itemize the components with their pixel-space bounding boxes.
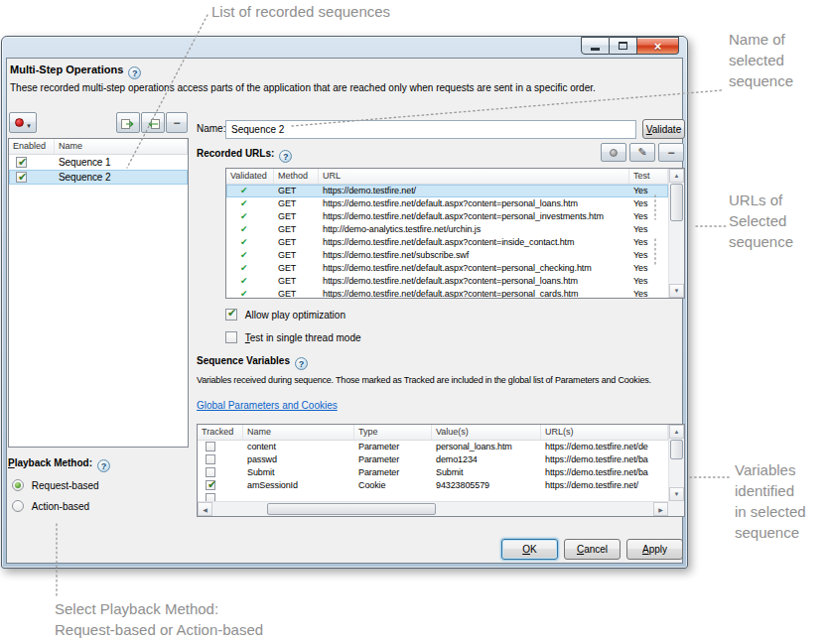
tracked-checkbox[interactable] [206, 480, 215, 490]
scroll-down-icon[interactable]: ▼ [669, 284, 684, 298]
url-row[interactable]: ✔GEThttps://demo.testfire.net/subscribe.… [226, 249, 668, 262]
test-single-thread-option[interactable]: Test in single thread mode [225, 331, 361, 343]
radio-icon[interactable] [12, 479, 24, 491]
minimize-button[interactable] [581, 37, 610, 55]
tracked-checkbox[interactable] [206, 442, 215, 451]
ok-button[interactable]: OK [501, 539, 558, 560]
edit-url-button[interactable]: ✎ [629, 143, 655, 162]
variables-table-rows: contentParameterpersonal_loans.htmhttps:… [198, 441, 668, 501]
column-url[interactable]: URL [319, 169, 629, 184]
recorded-urls-table[interactable]: Validated Method URL Test ✔GEThttps://de… [225, 168, 685, 299]
variables-vscrollbar[interactable]: ▲ ▼ [668, 425, 684, 501]
maximize-icon [619, 42, 627, 50]
scrollbar-thumb[interactable] [670, 184, 683, 221]
url-row[interactable]: ✔GEThttps://demo.testfire.net/default.as… [226, 236, 668, 249]
url-row[interactable]: ✔GEThttps://demo.testfire.net/default.as… [226, 210, 668, 223]
urls-table-header: Validated Method URL Test [226, 169, 684, 185]
export-sequence-button[interactable] [116, 112, 140, 133]
tracked-checkbox[interactable] [206, 493, 215, 501]
validated-icon: ✔ [240, 250, 247, 260]
column-tracked[interactable]: Tracked [198, 425, 243, 440]
column-urls[interactable]: URL(s) [541, 425, 668, 440]
scrollbar-corner [668, 501, 684, 516]
sequence-row-selected[interactable]: Sequence 2 [9, 170, 188, 185]
column-method[interactable]: Method [274, 169, 319, 184]
checkbox-label: Test in single thread mode [245, 332, 361, 343]
sequence-row[interactable]: Sequence 1 [9, 155, 188, 170]
help-icon[interactable]: ? [97, 459, 110, 472]
maximize-button[interactable] [610, 37, 637, 55]
close-button[interactable]: × [637, 37, 679, 55]
column-validated[interactable]: Validated [226, 169, 274, 184]
radio-label: Action-based [32, 501, 89, 512]
radio-action-based[interactable]: Action-based [12, 500, 89, 512]
record-icon [610, 149, 618, 157]
delete-sequence-button[interactable]: − [166, 112, 188, 133]
scroll-left-icon[interactable]: ◀ [198, 502, 212, 516]
scroll-up-icon[interactable]: ▲ [669, 169, 684, 183]
checkbox-label: Allow play optimization [245, 310, 345, 321]
validated-icon: ✔ [240, 237, 247, 247]
variable-row[interactable]: contentParameterpersonal_loans.htmhttps:… [198, 441, 668, 453]
url-row[interactable]: ✔GEThttps://demo.testfire.net/Yes [226, 185, 668, 197]
cancel-button[interactable]: Cancel [564, 539, 621, 560]
urls-scrollbar[interactable]: ▲ ▼ [668, 169, 684, 298]
annotation-variables-identified: Variables identified in selected sequenc… [735, 459, 806, 543]
scroll-right-icon[interactable]: ▶ [653, 502, 668, 516]
url-row[interactable]: ✔GEThttps://demo.testfire.net/default.as… [226, 197, 668, 210]
column-name[interactable]: Name [55, 139, 188, 154]
recorded-urls-label: Recorded URLs:? [197, 148, 292, 163]
global-parameters-link[interactable]: Global Parameters and Cookies [197, 400, 338, 411]
tracked-checkbox[interactable] [206, 454, 215, 464]
sequences-list[interactable]: Enabled Name Sequence 1 Sequence 2 [8, 138, 189, 448]
variables-table[interactable]: Tracked Name Type Value(s) URL(s) conten… [197, 424, 685, 517]
radio-icon[interactable] [12, 500, 24, 512]
validate-button[interactable]: Validate [642, 119, 685, 139]
allow-play-optimization-option[interactable]: Allow play optimization [225, 309, 345, 321]
annotation-list-of-sequences: List of recorded sequences [211, 1, 390, 22]
delete-url-button[interactable]: − [658, 143, 684, 162]
column-test[interactable]: Test [629, 169, 668, 184]
help-icon[interactable]: ? [128, 66, 141, 79]
help-icon[interactable]: ? [295, 357, 308, 370]
apply-button[interactable]: Apply [626, 539, 683, 560]
variable-row[interactable]: amSessionIdCookie94323805579https://demo… [198, 479, 668, 492]
column-type[interactable]: Type [354, 425, 432, 440]
url-row[interactable]: ✔GEThttp://demo-analytics.testfire.net/u… [226, 223, 668, 236]
column-values[interactable]: Value(s) [432, 425, 541, 440]
tracked-checkbox[interactable] [206, 467, 215, 477]
sequence-variables-description: Variables received during sequence. Thos… [197, 375, 651, 385]
sequence-name-input[interactable]: Sequence 2 [225, 120, 636, 139]
validated-icon: ✔ [240, 186, 247, 195]
sequence-enabled-checkbox[interactable] [16, 157, 27, 168]
test-single-thread-checkbox[interactable] [225, 331, 237, 343]
scrollbar-thumb[interactable] [670, 440, 683, 459]
scroll-up-icon[interactable]: ▲ [669, 425, 684, 439]
name-label: Name: [197, 123, 225, 134]
sequence-name: Sequence 2 [55, 170, 188, 185]
variable-row[interactable]: passwdParameterdemo1234https://demo.test… [198, 453, 668, 466]
url-row[interactable]: ✔GEThttps://demo.testfire.net/default.as… [226, 275, 668, 288]
radio-request-based[interactable]: Request-based [12, 479, 99, 491]
playback-method-label: Playback Method:? [8, 457, 110, 472]
scroll-down-icon[interactable]: ▼ [669, 487, 684, 501]
close-icon: × [654, 39, 662, 54]
import-sequence-button[interactable] [141, 112, 165, 133]
variables-hscrollbar[interactable]: ◀ ▶ [198, 501, 668, 516]
annotation-playback-method: Select Playback Method: Request-based or… [55, 598, 263, 640]
record-sequence-button[interactable]: ▾ [9, 112, 37, 133]
help-icon[interactable]: ? [279, 150, 292, 163]
scrollbar-thumb[interactable] [267, 503, 436, 515]
sequence-variables-label: Sequence Variables? [197, 355, 308, 370]
validated-icon: ✔ [240, 211, 247, 221]
sequence-enabled-checkbox[interactable] [16, 172, 27, 183]
column-enabled[interactable]: Enabled [9, 139, 55, 154]
variable-row-partial[interactable] [198, 492, 668, 501]
minus-icon: − [667, 148, 674, 158]
record-url-button[interactable] [601, 143, 626, 162]
allow-play-optimization-checkbox[interactable] [225, 309, 237, 321]
column-name[interactable]: Name [243, 425, 354, 440]
url-row[interactable]: ✔GEThttps://demo.testfire.net/default.as… [226, 288, 668, 298]
url-row[interactable]: ✔GEThttps://demo.testfire.net/default.as… [226, 262, 668, 275]
variable-row[interactable]: SubmitParameterSubmithttps://demo.testfi… [198, 466, 668, 479]
